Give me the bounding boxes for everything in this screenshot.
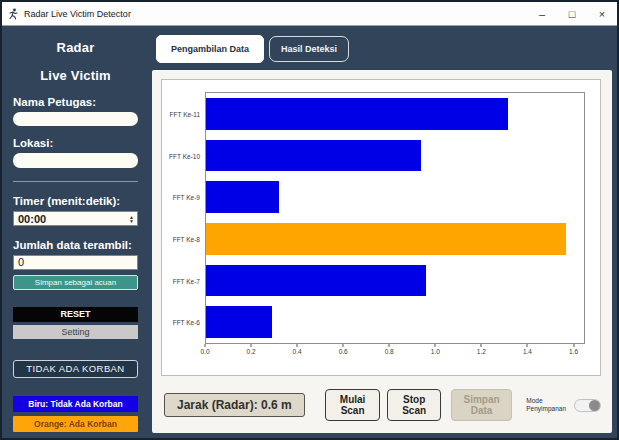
bar-fft-ke-6 <box>206 306 272 338</box>
x-tick-mark-icon <box>297 344 298 347</box>
main-content: Pengambilan Data Hasil Deteksi FFT Ke-11… <box>149 26 617 438</box>
bar-fft-ke-11 <box>206 98 508 130</box>
x-tick-mark-icon <box>343 344 344 347</box>
mode-penyimpanan-toggle[interactable] <box>574 399 601 412</box>
bar-fft-ke-7 <box>206 265 426 297</box>
lokasi-label: Lokasi: <box>13 137 138 149</box>
x-tick: 0.6 <box>339 344 348 355</box>
nama-petugas-label: Nama Petugas: <box>13 96 138 108</box>
x-tick: 0.8 <box>385 344 394 355</box>
spinner-arrows-icon[interactable]: ▲▼ <box>129 215 135 223</box>
chart-row: FFT Ke-6 <box>206 301 584 343</box>
timer-label: Timer (menit:detik): <box>13 195 138 207</box>
reset-button[interactable]: RESET <box>13 307 138 322</box>
title-bar: Radar Live Victim Detector – □ × <box>2 2 617 26</box>
y-tick-label: FFT Ke-11 <box>170 110 200 117</box>
chart-row: FFT Ke-11 <box>206 93 584 135</box>
y-tick-label: FFT Ke-6 <box>173 319 200 326</box>
x-tick-label: 0.2 <box>247 348 256 355</box>
x-tick-mark-icon <box>389 344 390 347</box>
mode-label-line2: Penyimpanan <box>526 405 566 412</box>
chart-row: FFT Ke-8 <box>206 218 584 260</box>
mode-penyimpanan-label: Mode Penyimpanan <box>526 397 566 413</box>
plot-area: FFT Ke-11FFT Ke-10FFT Ke-9FFT Ke-8FFT Ke… <box>205 92 585 344</box>
x-tick-label: 1.4 <box>523 348 532 355</box>
x-tick: 0.2 <box>247 344 256 355</box>
bar-fft-ke-10 <box>206 140 421 172</box>
x-tick-mark-icon <box>204 344 205 347</box>
app-logo-icon <box>7 8 19 20</box>
x-tick-mark-icon <box>435 344 436 347</box>
x-tick-label: 1.6 <box>569 348 578 355</box>
bar-fft-ke-9 <box>206 181 279 213</box>
x-tick-label: 0.8 <box>385 348 394 355</box>
y-tick-label: FFT Ke-9 <box>173 194 200 201</box>
y-tick-label: FFT Ke-7 <box>173 277 200 284</box>
legend-orange: Orange: Ada Korban <box>13 416 138 432</box>
y-tick-label: FFT Ke-8 <box>173 235 200 242</box>
tab-bar: Pengambilan Data Hasil Deteksi <box>152 35 612 63</box>
simpan-acuan-button[interactable]: Simpan sebagai acuan <box>13 275 138 290</box>
x-tick: 1.4 <box>523 344 532 355</box>
x-tick-mark-icon <box>573 344 574 347</box>
timer-value: 00:00 <box>18 213 129 225</box>
toggle-knob-icon <box>589 400 600 411</box>
x-axis: 0.00.20.40.60.81.01.21.41.6 <box>205 344 585 360</box>
chart-row: FFT Ke-7 <box>206 260 584 302</box>
sidebar-divider <box>13 181 138 182</box>
x-tick-label: 1.2 <box>477 348 486 355</box>
x-tick-label: 0.0 <box>200 348 209 355</box>
window-title: Radar Live Victim Detector <box>24 9 131 19</box>
x-tick: 0.4 <box>293 344 302 355</box>
setting-button[interactable]: Setting <box>13 325 138 339</box>
jumlah-data-input[interactable] <box>13 255 138 269</box>
x-tick: 1.6 <box>569 344 578 355</box>
x-tick: 1.0 <box>431 344 440 355</box>
x-tick-mark-icon <box>481 344 482 347</box>
chart-figure: FFT Ke-11FFT Ke-10FFT Ke-9FFT Ke-8FFT Ke… <box>161 79 601 376</box>
minimize-button[interactable]: – <box>527 2 557 26</box>
stop-scan-button[interactable]: Stop Scan <box>387 389 440 421</box>
x-tick: 0.0 <box>200 344 209 355</box>
bar-fft-ke-8 <box>206 223 566 255</box>
x-tick: 1.2 <box>477 344 486 355</box>
jarak-readout: Jarak (Radar): 0.6 m <box>164 393 305 417</box>
sidebar: Radar Live Victim Nama Petugas: Lokasi: … <box>2 26 149 438</box>
x-tick-mark-icon <box>251 344 252 347</box>
x-tick-label: 1.0 <box>431 348 440 355</box>
chart-row: FFT Ke-10 <box>206 135 584 177</box>
y-tick-label: FFT Ke-10 <box>169 152 200 159</box>
app-body: Radar Live Victim Nama Petugas: Lokasi: … <box>2 26 617 438</box>
sidebar-title-live-victim: Live Victim <box>13 68 138 83</box>
legend-blue: Biru: Tidak Ada Korban <box>13 396 138 412</box>
footer-controls: Jarak (Radar): 0.6 m Mulai Scan Stop Sca… <box>161 389 601 421</box>
nama-petugas-input[interactable] <box>13 112 138 126</box>
app-window: Radar Live Victim Detector – □ × Radar L… <box>0 0 619 440</box>
simpan-data-button: Simpan Data <box>451 389 512 421</box>
x-tick-mark-icon <box>527 344 528 347</box>
sidebar-title-radar: Radar <box>13 40 138 55</box>
x-tick-label: 0.4 <box>293 348 302 355</box>
tab-panel: FFT Ke-11FFT Ke-10FFT Ke-9FFT Ke-8FFT Ke… <box>152 70 612 433</box>
close-button[interactable]: × <box>587 2 617 26</box>
jumlah-data-label: Jumlah data terambil: <box>13 239 138 251</box>
timer-spinbox[interactable]: 00:00 ▲▼ <box>13 211 138 226</box>
maximize-button[interactable]: □ <box>557 2 587 26</box>
chart-row: FFT Ke-9 <box>206 176 584 218</box>
status-indicator: TIDAK ADA KORBAN <box>13 360 138 378</box>
tab-hasil-deteksi[interactable]: Hasil Deteksi <box>269 36 349 62</box>
mode-label-line1: Mode <box>526 397 542 404</box>
tab-pengambilan-data[interactable]: Pengambilan Data <box>156 35 264 63</box>
lokasi-input[interactable] <box>13 153 138 167</box>
x-tick-label: 0.6 <box>339 348 348 355</box>
mulai-scan-button[interactable]: Mulai Scan <box>325 389 381 421</box>
